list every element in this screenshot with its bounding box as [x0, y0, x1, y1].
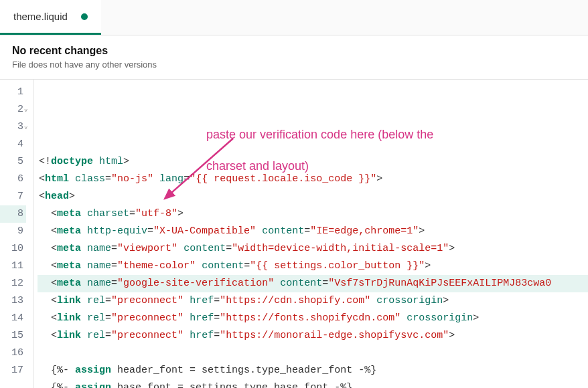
gutter-line: 12 [0, 275, 26, 292]
gutter-line: 13 [0, 292, 26, 310]
code-line[interactable]: <meta name="viewport" content="width=dev… [38, 240, 588, 258]
code-area[interactable]: paste our verification code here (below … [33, 80, 588, 388]
version-subtitle: File does not have any other versions [12, 60, 576, 70]
code-line[interactable]: <meta name="google-site-verification" co… [38, 275, 588, 292]
gutter-line: 1 [0, 84, 26, 101]
gutter-line: 16 [0, 345, 26, 362]
tab-file[interactable]: theme.liquid [0, 0, 101, 35]
code-line[interactable]: <head> [38, 188, 588, 205]
code-line[interactable]: <meta http-equiv="X-UA-Compatible" conte… [38, 223, 588, 240]
fold-marker-icon[interactable]: v [24, 119, 27, 136]
gutter: 12v3v4567891011121314151617 [0, 80, 33, 388]
gutter-line: 3v [0, 118, 26, 136]
version-title: No recent changes [12, 45, 576, 57]
unsaved-indicator-icon [81, 13, 88, 20]
gutter-line: 14 [0, 310, 26, 327]
code-line[interactable]: <!doctype html> [38, 153, 588, 171]
gutter-line: 6 [0, 171, 26, 188]
gutter-line: 15 [0, 327, 26, 345]
gutter-line: 7 [0, 188, 26, 205]
code-line[interactable]: <link rel="preconnect" href="https://fon… [38, 310, 588, 327]
code-line[interactable]: {%- assign header_font = settings.type_h… [38, 362, 588, 379]
code-line[interactable]: {%- assign base_font = settings.type_bas… [38, 379, 588, 388]
code-line[interactable]: <link rel="preconnect" href="https://cdn… [38, 292, 588, 310]
tab-filename: theme.liquid [13, 11, 68, 22]
fold-marker-icon[interactable]: v [24, 102, 27, 119]
gutter-line: 9 [0, 223, 26, 240]
gutter-line: 2v [0, 101, 26, 118]
code-line[interactable]: <meta charset="utf-8"> [38, 205, 588, 223]
gutter-line: 8 [0, 205, 26, 223]
gutter-line: 5 [0, 153, 26, 171]
version-panel: No recent changes File does not have any… [0, 35, 588, 80]
code-line[interactable]: <link rel="preconnect" href="https://mon… [38, 327, 588, 345]
gutter-line: 4 [0, 136, 26, 153]
tab-bar: theme.liquid [0, 0, 588, 35]
code-editor[interactable]: 12v3v4567891011121314151617 paste our ve… [0, 80, 588, 388]
code-line[interactable]: <html class="no-js" lang="{{ request.loc… [38, 171, 588, 188]
gutter-line: 10 [0, 240, 26, 258]
code-line[interactable] [38, 345, 588, 362]
gutter-line: 17 [0, 362, 26, 379]
gutter-line: 11 [0, 258, 26, 275]
code-line[interactable]: <meta name="theme-color" content="{{ set… [38, 258, 588, 275]
